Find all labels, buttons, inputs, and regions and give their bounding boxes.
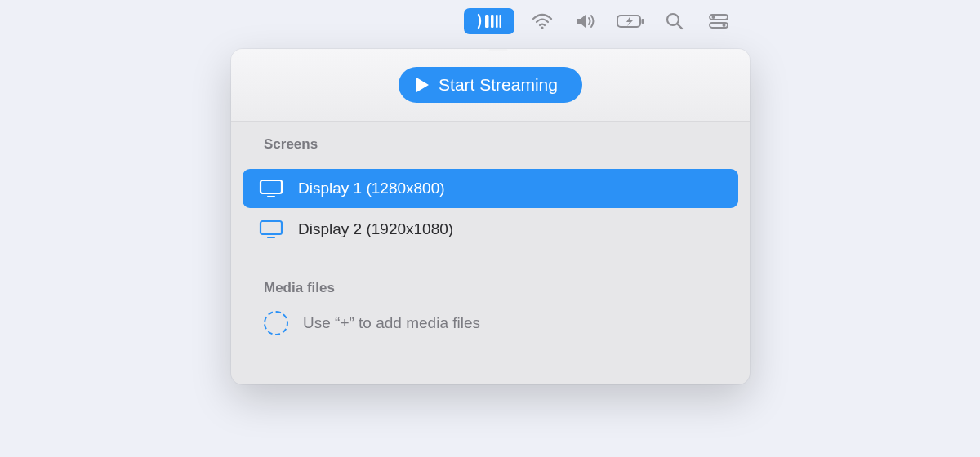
media-title: Media files [264, 280, 732, 296]
screens-section: Screens [231, 122, 750, 169]
wifi-icon [532, 13, 553, 29]
svg-point-12 [723, 24, 726, 27]
popover-header: Start Streaming [231, 49, 750, 122]
screen-row-label: Display 1 (1280x800) [298, 180, 445, 197]
streaming-popover: Start Streaming Screens Display 1 (1280x… [231, 49, 750, 384]
start-streaming-label: Start Streaming [439, 75, 558, 95]
svg-rect-13 [261, 180, 282, 193]
svg-rect-1 [491, 15, 494, 28]
menubar-item-wifi[interactable] [526, 8, 559, 34]
svg-point-10 [712, 16, 715, 19]
screens-list: Display 1 (1280x800) Display 2 (1920x108… [231, 169, 750, 262]
svg-point-4 [541, 26, 543, 29]
media-placeholder-text: Use “+” to add media files [303, 314, 480, 332]
play-icon [416, 78, 429, 92]
svg-rect-6 [642, 19, 644, 24]
screen-row-label: Display 2 (1920x1080) [298, 220, 453, 238]
svg-rect-15 [261, 221, 282, 234]
svg-rect-2 [496, 15, 498, 28]
monitor-icon [259, 179, 283, 198]
screen-row-display-1[interactable]: Display 1 (1280x800) [243, 169, 738, 208]
menubar-item-search[interactable] [658, 8, 691, 34]
menubar-item-control-center[interactable] [702, 8, 735, 34]
menubar-item-battery[interactable] [614, 8, 647, 34]
svg-line-8 [678, 24, 683, 29]
screen-row-display-2[interactable]: Display 2 (1920x1080) [243, 210, 738, 249]
battery-icon [617, 14, 644, 29]
svg-rect-3 [500, 15, 501, 28]
screens-title: Screens [264, 136, 732, 153]
media-placeholder-row: Use “+” to add media files [264, 306, 732, 335]
menubar-item-volume[interactable] [570, 8, 603, 34]
control-center-icon [709, 14, 728, 29]
media-section: Media files Use “+” to add media files [231, 262, 750, 384]
menubar [0, 5, 980, 38]
streaming-icon [477, 12, 501, 30]
add-placeholder-icon [264, 311, 288, 335]
svg-rect-0 [485, 15, 489, 28]
volume-icon [575, 13, 598, 29]
search-icon [666, 12, 684, 30]
menubar-item-streaming[interactable] [464, 8, 514, 34]
monitor-icon [259, 220, 283, 239]
start-streaming-button[interactable]: Start Streaming [399, 67, 582, 103]
